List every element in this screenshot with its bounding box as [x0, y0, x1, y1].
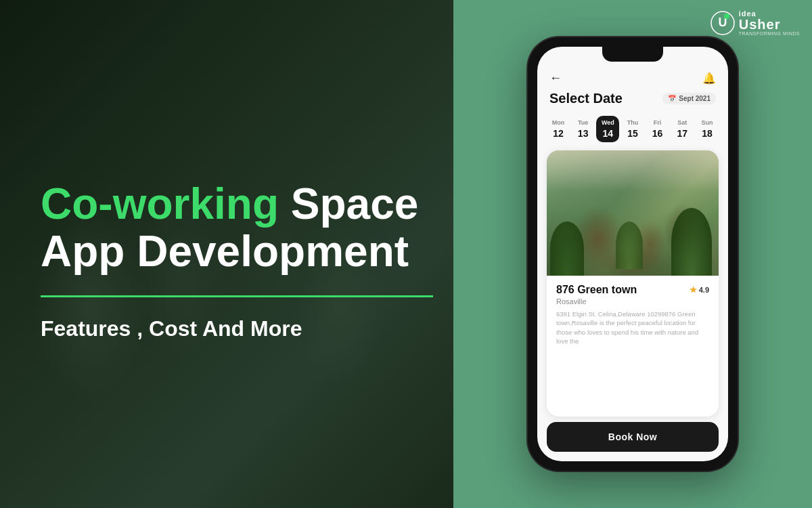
day-num-fri: 16 — [652, 128, 663, 139]
right-panel: U idea Usher TRANSFORMING MINDS ← 🔔 Sele… — [453, 0, 812, 508]
plant-decoration-3 — [616, 221, 643, 269]
day-name-fri: Fri — [654, 119, 662, 126]
subtitle-text: Features , Cost And More — [41, 316, 420, 341]
logo-area: U idea Usher TRANSFORMING MINDS — [710, 9, 800, 36]
app-topbar: ← 🔔 — [537, 66, 728, 89]
day-num-mon: 12 — [553, 128, 564, 139]
venue-rating: ★ 4.9 — [690, 285, 709, 295]
app-content: ← 🔔 Select Date 📅 Sept 2021 Mon 12 — [537, 47, 728, 461]
logo-icon: U — [710, 11, 735, 35]
date-header: Select Date 📅 Sept 2021 — [537, 89, 728, 112]
left-panel: Co-working Space App Development Feature… — [0, 0, 453, 508]
venue-details: 876 Green town ★ 4.9 Rosaville 6391 Elgi… — [547, 276, 719, 417]
phone-mockup: ← 🔔 Select Date 📅 Sept 2021 Mon 12 — [528, 37, 738, 471]
logo-text: idea Usher TRANSFORMING MINDS — [739, 9, 800, 36]
cal-day-tue[interactable]: Tue 13 — [572, 116, 595, 142]
venue-city: Rosaville — [556, 297, 709, 305]
month-badge[interactable]: 📅 Sept 2021 — [662, 93, 716, 104]
divider — [41, 295, 433, 297]
headline-white-2: App Development — [41, 227, 409, 276]
phone-notch — [602, 47, 663, 62]
venue-description: 6391 Elgin St. Celina,Delaware 10299876 … — [556, 310, 709, 345]
select-date-title: Select Date — [549, 91, 623, 106]
back-icon[interactable]: ← — [549, 71, 562, 85]
logo-usher-text: Usher — [739, 18, 800, 31]
venue-name: 876 Green town — [556, 284, 637, 296]
cal-day-thu[interactable]: Thu 15 — [621, 116, 644, 142]
day-name-sun: Sun — [701, 119, 713, 126]
day-num-thu: 15 — [627, 128, 638, 139]
bell-icon[interactable]: 🔔 — [702, 72, 716, 85]
day-num-tue: 13 — [578, 128, 589, 139]
plant-decoration-2 — [671, 208, 712, 276]
day-name-mon: Mon — [552, 119, 565, 126]
cal-day-mon[interactable]: Mon 12 — [547, 116, 570, 142]
phone-screen: ← 🔔 Select Date 📅 Sept 2021 Mon 12 — [537, 47, 728, 461]
logo-tagline-text: TRANSFORMING MINDS — [739, 31, 800, 36]
day-name-thu: Thu — [627, 119, 639, 126]
day-name-wed: Wed — [602, 119, 614, 126]
cal-day-fri[interactable]: Fri 16 — [646, 116, 669, 142]
month-text: Sept 2021 — [679, 95, 710, 102]
left-content: Co-working Space App Development Feature… — [0, 0, 453, 508]
main-headline: Co-working Space App Development — [41, 180, 420, 276]
cal-day-wed[interactable]: Wed 14 — [596, 116, 619, 142]
venue-card: 876 Green town ★ 4.9 Rosaville 6391 Elgi… — [547, 150, 719, 417]
rating-value: 4.9 — [699, 286, 709, 294]
headline-white-1: Space — [279, 179, 418, 228]
calendar-row: Mon 12 Tue 13 Wed 14 Thu 15 — [537, 112, 728, 148]
venue-name-row: 876 Green town ★ 4.9 — [556, 284, 709, 296]
day-name-sat: Sat — [677, 119, 687, 126]
day-num-wed: 14 — [603, 128, 614, 139]
day-num-sun: 18 — [702, 128, 713, 139]
plant-decoration-1 — [550, 221, 584, 276]
day-num-sat: 17 — [677, 128, 687, 139]
headline-green: Co-working — [41, 179, 279, 228]
star-icon: ★ — [690, 285, 697, 295]
book-now-button[interactable]: Book Now — [547, 422, 719, 452]
svg-point-2 — [724, 14, 729, 19]
venue-image — [547, 150, 719, 276]
calendar-icon: 📅 — [668, 95, 676, 102]
cal-day-sun[interactable]: Sun 18 — [696, 116, 719, 142]
cal-day-sat[interactable]: Sat 17 — [671, 116, 694, 142]
day-name-tue: Tue — [578, 119, 588, 126]
